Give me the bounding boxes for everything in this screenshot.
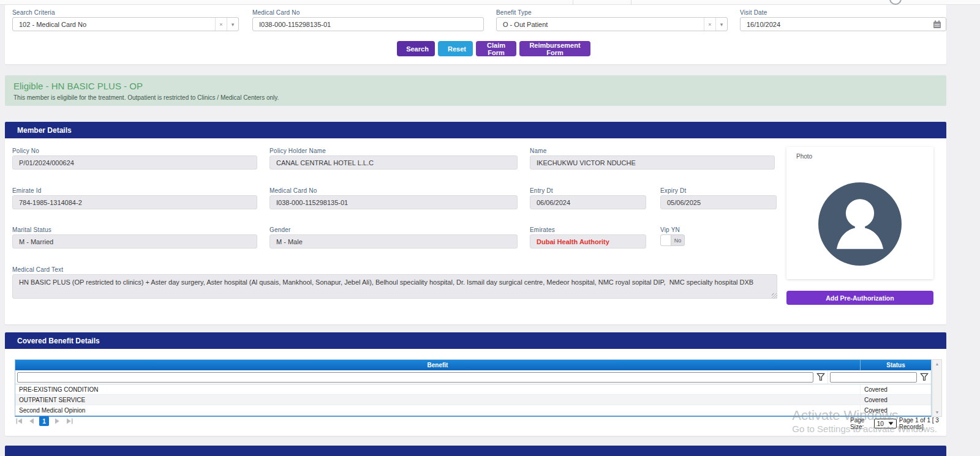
benefits-table: Benefit Status PRE-EXISTING CONDITION Co… <box>15 359 932 417</box>
member-details-header: Member Details <box>5 122 946 138</box>
page-summary: Page 1 of 1 [ 3 Records] <box>899 417 946 430</box>
resize-grip[interactable] <box>772 293 777 299</box>
eligibility-message: This member is eligibile for the treatme… <box>5 91 946 101</box>
medical-card-text-area[interactable] <box>12 274 777 299</box>
table-scrollbar[interactable]: ▲ ▼ <box>932 359 942 417</box>
eligibility-banner: Eligible - HN BASIC PLUS - OP This membe… <box>5 75 946 106</box>
search-button[interactable]: Search <box>397 41 435 56</box>
next-page-icon[interactable] <box>53 417 61 425</box>
expiry-dt-label: Expiry Dt <box>660 187 686 194</box>
benefit-filter-input[interactable] <box>17 372 813 383</box>
policy-holder-name-field: CANAL CENTRAL HOTEL L.L.C <box>270 155 518 170</box>
gender-field: M - Male <box>270 234 518 249</box>
medical-card-no-input[interactable] <box>252 17 484 31</box>
page-size-label: Page Size: <box>850 417 872 430</box>
filter-funnel-icon[interactable] <box>919 372 929 383</box>
clear-icon[interactable]: × <box>215 18 227 31</box>
entry-dt-label: Entry Dt <box>530 187 553 194</box>
entry-dt-field: 06/06/2024 <box>530 195 646 209</box>
reimbursement-form-button[interactable]: Reimbursement Form <box>519 41 590 56</box>
top-cropped-toolbar <box>0 0 980 5</box>
name-label: Name <box>530 148 546 154</box>
covered-benefits-header: Covered Benefit Details <box>5 332 946 349</box>
chevron-down-icon <box>888 422 894 425</box>
search-panel: Search Criteria 102 - Medical Card No × … <box>5 5 946 64</box>
status-filter-input[interactable] <box>830 372 917 383</box>
calendar-icon[interactable] <box>929 20 946 29</box>
search-criteria-label: Search Criteria <box>12 9 55 16</box>
benefits-filter-row <box>15 370 931 384</box>
search-criteria-value: 102 - Medical Card No <box>13 21 215 28</box>
table-row[interactable]: PRE-EXISTING CONDITION Covered <box>15 384 931 395</box>
chevron-down-icon[interactable]: ▾ <box>715 18 727 31</box>
visit-date-input[interactable]: 16/10/2024 <box>740 17 946 31</box>
member-medical-card-no-field: I038-000-115298135-01 <box>270 195 518 209</box>
emirates-field: Dubai Health Authority <box>530 234 646 249</box>
visit-date-label: Visit Date <box>740 9 767 16</box>
name-field: IKECHUKWU VICTOR NDUCHE <box>530 155 775 170</box>
page-size-select[interactable]: 10 <box>874 419 897 428</box>
vip-yn-value: No <box>671 235 684 245</box>
table-row[interactable]: OUTPATIENT SERVICE Covered <box>15 395 931 405</box>
photo-card: Photo <box>786 147 933 279</box>
emirate-id-label: Emirate Id <box>12 187 42 194</box>
scroll-up-icon[interactable]: ▲ <box>933 362 941 366</box>
policy-no-label: Policy No <box>12 148 39 154</box>
vip-yn-toggle[interactable]: No <box>660 234 685 246</box>
previous-page-icon[interactable] <box>27 417 36 425</box>
benefits-table-header-row: Benefit Status <box>15 360 931 370</box>
last-page-icon[interactable] <box>65 417 74 425</box>
benefit-column-header[interactable]: Benefit <box>15 360 861 370</box>
policy-holder-name-label: Policy Holder Name <box>270 148 326 154</box>
reset-button[interactable]: Reset <box>438 41 473 56</box>
marital-status-label: Marital Status <box>12 226 51 233</box>
search-criteria-select[interactable]: 102 - Medical Card No × ▾ <box>12 17 239 31</box>
policy-no-field: P/01/2024/000624 <box>12 155 257 170</box>
covered-benefits-panel: Covered Benefit Details Benefit Status P… <box>5 332 946 436</box>
member-medical-card-no-label: Medical Card No <box>270 187 317 194</box>
page-size-control: Page Size: 10 Page 1 of 1 [ 3 Records] <box>850 417 946 430</box>
eligibility-title: Eligible - HN BASIC PLUS - OP <box>5 75 946 91</box>
medical-card-no-label: Medical Card No <box>252 9 300 16</box>
marital-status-field: M - Married <box>12 234 257 249</box>
vip-yn-label: Vip YN <box>660 226 680 233</box>
toolbar-divider <box>573 0 573 5</box>
visit-date-value: 16/10/2024 <box>741 21 929 28</box>
next-section-header-cropped <box>5 446 946 456</box>
benefit-type-select[interactable]: O - Out Patient × ▾ <box>496 17 728 31</box>
photo-label: Photo <box>796 153 812 160</box>
benefit-type-value: O - Out Patient <box>497 21 704 28</box>
emirates-label: Emirates <box>530 226 555 233</box>
table-row[interactable]: Second Medical Opinion Covered <box>15 405 931 416</box>
avatar-placeholder-icon <box>818 182 902 266</box>
status-column-header[interactable]: Status <box>861 360 931 370</box>
filter-funnel-icon[interactable] <box>815 372 826 383</box>
toolbar-divider <box>631 0 631 5</box>
member-details-panel: Member Details Policy No P/01/2024/00062… <box>5 122 946 324</box>
add-pre-authorization-button[interactable]: Add Pre-Authorization <box>786 291 933 305</box>
claim-form-button[interactable]: Claim Form <box>476 41 516 56</box>
first-page-icon[interactable] <box>15 417 23 425</box>
toggle-knob <box>661 235 671 245</box>
chevron-down-icon[interactable]: ▾ <box>227 18 238 31</box>
clear-icon[interactable]: × <box>704 18 715 31</box>
gender-label: Gender <box>270 226 291 233</box>
user-avatar-icon[interactable] <box>889 0 902 5</box>
expiry-dt-field: 05/06/2025 <box>660 195 777 209</box>
scroll-down-icon[interactable]: ▼ <box>933 410 941 414</box>
pagination: 1 <box>15 416 74 426</box>
current-page-button[interactable]: 1 <box>39 416 49 426</box>
emirate-id-field: 784-1985-1314084-2 <box>12 195 257 209</box>
medical-card-text-label: Medical Card Text <box>12 266 63 273</box>
benefit-type-label: Benefit Type <box>496 9 532 16</box>
